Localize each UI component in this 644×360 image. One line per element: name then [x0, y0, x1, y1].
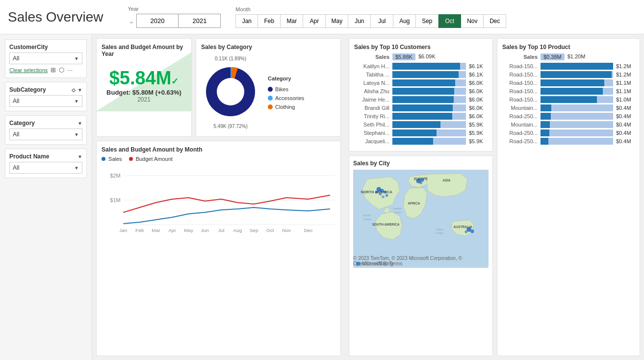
clear-selections-button[interactable]: Clear selections	[9, 67, 48, 73]
top-products-title: Sales by Top 10 Product	[502, 44, 635, 51]
products-bar-header: Sales $0.38M $1.20M	[502, 53, 635, 60]
world-map-svg: NORTH AMERICA EUROPE ASIA AFRICA SOUTH A…	[353, 170, 489, 254]
year-dropdown-icon[interactable]: ⌄	[128, 16, 134, 26]
filter-actions: Clear selections ⊞ ⬡ ···	[9, 66, 82, 74]
top-customers-card: Sales by Top 10 Customers Sales $5.88K $…	[349, 38, 493, 152]
customer-city-dropdown[interactable]: All ▼	[9, 52, 82, 64]
product-bar-track	[541, 96, 613, 103]
category-dropdown[interactable]: All ▼	[9, 129, 82, 140]
customer-name: Jacqueli...	[354, 138, 389, 144]
accessories-dot	[268, 96, 273, 101]
month-aug[interactable]: Aug	[393, 14, 416, 28]
month-feb[interactable]: Feb	[258, 14, 281, 28]
customer-bar-track	[392, 88, 466, 95]
chevron-down-icon5: ▼	[74, 132, 79, 137]
pacific-ocean-label: Pacific	[363, 214, 371, 217]
main-content: CustomerCity All ▼ Clear selections ⊞ ⬡ …	[0, 34, 644, 360]
customer-bar-fill	[392, 113, 452, 120]
map-title: Sales by City	[353, 160, 489, 167]
chevron-down-icon6[interactable]: ▼	[77, 154, 82, 159]
svg-text:Oct: Oct	[266, 228, 274, 232]
subcategory-dropdown[interactable]: All ▼	[9, 95, 82, 107]
filter-icon[interactable]: ⊞	[51, 66, 56, 74]
pie-legend-clothing: Clothing	[268, 104, 304, 110]
customers-bar-header: Sales $5.88K $6.09K	[354, 53, 488, 60]
customer-name: Stephani...	[354, 130, 389, 136]
product-bar-bg	[541, 138, 613, 145]
month-jul[interactable]: Jul	[371, 14, 393, 28]
customer-bar-fill	[392, 104, 453, 111]
customer-value: $5.9K	[469, 122, 488, 128]
product-bar-fill	[541, 138, 548, 145]
sales-summary-card: Sales and Budget Amount by Year $5.84M✓ …	[96, 38, 192, 137]
center-content: Sales and Budget Amount by Year $5.84M✓ …	[92, 34, 345, 360]
customer-bar-track	[392, 104, 466, 111]
map-dot-na7	[382, 195, 385, 198]
pie-chart-svg	[201, 62, 260, 121]
customer-city-filter: CustomerCity All ▼ Clear selections ⊞ ⬡ …	[5, 39, 87, 78]
month-sep[interactable]: Sep	[416, 14, 438, 28]
atlantic-ocean-label2: Ocean	[393, 211, 402, 214]
product-value: $0.4M	[616, 130, 635, 136]
svg-text:Jan: Jan	[119, 228, 127, 232]
customers-range-low: $5.88K	[392, 53, 415, 60]
customer-value: $6.0K	[469, 97, 488, 103]
month-buttons: Jan Feb Mar Apr May Jun Jul Aug Sep Oct …	[235, 14, 636, 28]
customer-bar-track	[392, 129, 466, 136]
pie-legend-bikes: Bikes	[268, 86, 304, 92]
month-oct[interactable]: Oct	[438, 14, 461, 28]
year-buttons: 2020 2021	[136, 14, 221, 28]
product-name-dropdown[interactable]: All ▼	[9, 162, 82, 174]
customer-bar-fill	[392, 121, 440, 128]
asia-label: ASIA	[442, 179, 450, 182]
customers-range: $5.88K $6.09K	[392, 53, 436, 60]
product-name: Road-150...	[502, 88, 538, 94]
customer-name: Latoya N...	[354, 80, 389, 86]
export-icon[interactable]: ⬡	[59, 66, 64, 74]
more-icon[interactable]: ···	[67, 66, 73, 74]
customer-bar-row: Kaitlyn H... $6.1K	[354, 63, 488, 70]
product-name-filter: Product Name ▼ All ▼	[5, 149, 87, 178]
customer-bar-fill	[392, 96, 454, 103]
customer-bar-track	[392, 63, 466, 70]
map-dot-eu3	[419, 181, 422, 184]
month-nov[interactable]: Nov	[461, 14, 484, 28]
product-bar-track	[541, 71, 613, 78]
customer-bar-fill	[392, 63, 460, 70]
customer-bar-track	[392, 79, 466, 86]
month-jun[interactable]: Jun	[348, 14, 371, 28]
map-dot-eu2	[420, 178, 424, 182]
customer-bar-fill	[392, 79, 455, 86]
svg-text:Jun: Jun	[201, 228, 209, 232]
product-bar-fill	[541, 63, 613, 70]
customer-bar-track	[392, 113, 466, 120]
svg-text:Mar: Mar	[152, 228, 160, 232]
year-2021-button[interactable]: 2021	[178, 14, 221, 28]
customer-value: $6.0K	[469, 88, 488, 94]
product-bars-container: Road-150... $1.2M Road-150... $1.2M Road…	[502, 63, 635, 145]
month-mar[interactable]: Mar	[281, 14, 303, 28]
chevron-down-icon4[interactable]: ▼	[77, 121, 82, 126]
month-may[interactable]: May	[326, 14, 348, 28]
map-dot-na6	[386, 194, 388, 197]
bikes-dot	[268, 87, 273, 92]
pie-center-hole	[217, 78, 244, 105]
svg-text:$1M: $1M	[110, 198, 121, 203]
product-name: Road-150...	[502, 72, 538, 77]
year-2020-button[interactable]: 2020	[136, 14, 179, 28]
chevron-down-icon2[interactable]: ▼	[77, 87, 82, 93]
month-jan[interactable]: Jan	[235, 14, 258, 28]
map-dot-au2	[470, 230, 474, 233]
subcategory-filter: SubCategory ◇ ▼ All ▼	[5, 82, 87, 111]
customer-bar-row: Jaime He... $6.0K	[354, 96, 488, 103]
product-bar-row: Mountain... $0.4M	[502, 121, 635, 128]
customer-name: Jaime He...	[354, 97, 389, 103]
sales-legend-item: Sales	[102, 156, 122, 162]
svg-text:Aug: Aug	[233, 228, 242, 232]
customer-bar-fill	[392, 88, 454, 95]
sales-line-path	[123, 207, 330, 224]
month-dec[interactable]: Dec	[484, 14, 506, 28]
diamond-icon[interactable]: ◇	[72, 87, 76, 93]
month-apr[interactable]: Apr	[303, 14, 326, 28]
customer-bar-track	[392, 138, 466, 145]
